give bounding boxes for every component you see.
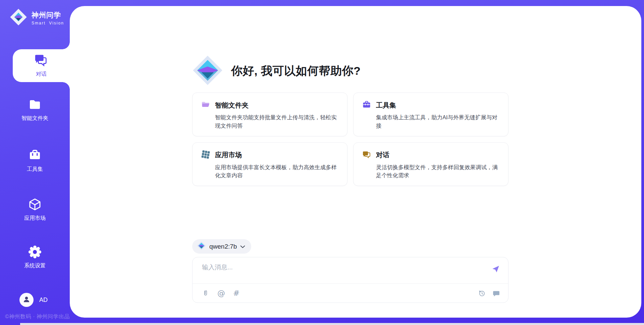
chat-bubble-icon[interactable]	[492, 289, 500, 297]
message-composer: @ #	[192, 257, 508, 303]
briefcase-icon	[362, 100, 371, 110]
card-toolset[interactable]: 工具集 集成市场上主流工具，助力AI与外界无缝扩展与对接	[353, 92, 508, 136]
sidebar-item-chat[interactable]: 对话	[13, 53, 70, 78]
sidebar-item-settings[interactable]: 系统设置	[0, 245, 70, 269]
open-folder-icon	[201, 100, 210, 110]
cube-icon	[0, 197, 70, 212]
tab-fillet-top	[62, 42, 70, 49]
model-name: qwen2:7b	[209, 243, 237, 250]
chat-bubbles-icon	[13, 53, 70, 68]
card-title: 智能文件夹	[215, 101, 249, 110]
gear-icon	[0, 245, 70, 259]
briefcase-icon	[0, 148, 70, 163]
chat-bubbles-icon	[362, 150, 371, 160]
user-avatar-icon	[22, 295, 31, 305]
card-description: 应用市场提供丰富长文本模板，助力高效生成多样化文章内容	[215, 163, 338, 180]
card-description: 灵活切换多模型文件，支持多样回复效果调试，满足个性化需求	[376, 163, 499, 180]
feature-cards: 智能文件夹 智能文件夹功能支持批量文件上传与清洗，轻松实现文件问答	[192, 92, 508, 186]
send-icon[interactable]	[491, 265, 500, 273]
card-description: 智能文件夹功能支持批量文件上传与清洗，轻松实现文件问答	[215, 113, 338, 130]
tab-fillet-bottom	[62, 82, 70, 89]
grid-icon	[201, 150, 210, 160]
card-title: 工具集	[376, 101, 396, 110]
brand-name: 神州问学	[32, 10, 64, 20]
horizontal-scrollbar[interactable]	[20, 323, 644, 325]
sidebar-item-label: 应用市场	[0, 215, 70, 222]
card-title: 对话	[376, 150, 389, 159]
card-app-market[interactable]: 应用市场 应用市场提供丰富长文本模板，助力高效生成多样化文章内容	[192, 142, 347, 186]
brand-diamond-icon	[9, 8, 28, 27]
hash-icon[interactable]: #	[233, 289, 239, 297]
sidebar-item-toolset[interactable]: 工具集	[0, 148, 70, 173]
message-input[interactable]	[202, 263, 485, 280]
sidebar-item-label: 系统设置	[0, 262, 70, 269]
at-icon[interactable]: @	[217, 289, 225, 297]
card-smart-folder[interactable]: 智能文件夹 智能文件夹功能支持批量文件上传与清洗，轻松实现文件问答	[192, 92, 347, 136]
paperclip-icon[interactable]	[202, 289, 209, 297]
brand-tagline: Smart Vision	[32, 21, 64, 25]
sidebar-item-app-market[interactable]: 应用市场	[0, 197, 70, 222]
model-selector[interactable]: qwen2:7b	[192, 239, 251, 254]
brand-logo: 神州问学 Smart Vision	[9, 8, 64, 27]
avatar	[19, 293, 34, 307]
sidebar-item-smart-folder[interactable]: 智能文件夹	[0, 97, 70, 122]
sidebar-item-label: 智能文件夹	[0, 115, 70, 122]
chat-welcome-area: 你好, 我可以如何帮助你? 智能文件夹 智能文件夹功能支持批量文件上传与清洗，轻…	[192, 6, 508, 303]
folder-icon	[0, 97, 70, 112]
model-logo-icon	[197, 241, 206, 252]
sidebar-item-label: 对话	[13, 71, 70, 78]
copyright-footer: ©神州数码 · 神州问学出品	[5, 313, 70, 320]
main-content-panel: 你好, 我可以如何帮助你? 智能文件夹 智能文件夹功能支持批量文件上传与清洗，轻…	[70, 6, 641, 318]
sidebar: 神州问学 Smart Vision 对话 智能文件夹	[0, 0, 70, 325]
sidebar-item-label: 工具集	[0, 166, 70, 173]
history-icon[interactable]	[478, 289, 486, 297]
greeting-row: 你好, 我可以如何帮助你?	[192, 55, 508, 87]
user-name: AD	[39, 297, 48, 304]
app-logo-diamond-icon	[192, 55, 223, 87]
greeting-title: 你好, 我可以如何帮助你?	[231, 63, 361, 79]
user-profile[interactable]: AD	[19, 293, 48, 307]
card-description: 集成市场上主流工具，助力AI与外界无缝扩展与对接	[376, 113, 499, 130]
chevron-down-icon	[240, 244, 245, 250]
card-title: 应用市场	[215, 150, 242, 159]
card-chat[interactable]: 对话 灵活切换多模型文件，支持多样回复效果调试，满足个性化需求	[353, 142, 508, 186]
